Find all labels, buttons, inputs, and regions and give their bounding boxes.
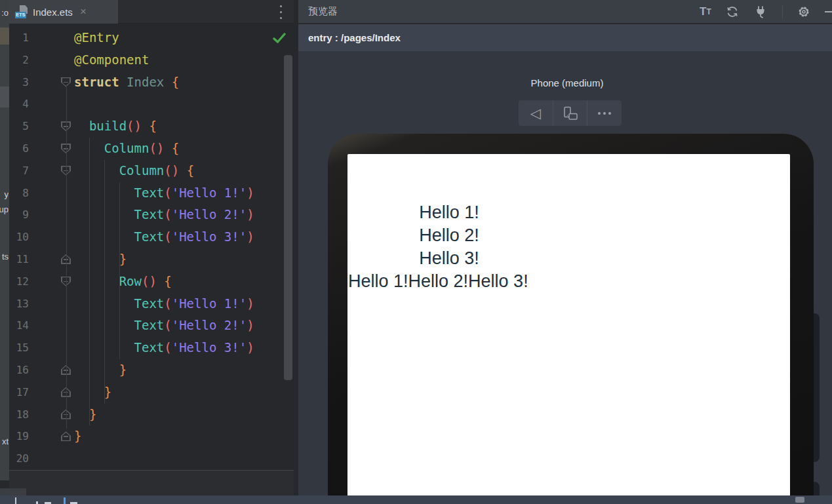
editor-row[interactable]: 14 Text('Hello 2!') <box>9 315 284 337</box>
device-label: Phone (medium) <box>469 77 665 88</box>
editor-row[interactable]: 13 Text('Hello 1!') <box>9 293 284 315</box>
editor-row[interactable]: 3struct Index { <box>9 71 284 94</box>
preview-nav-bar: ◁ <box>519 100 622 126</box>
editor-row[interactable]: 2@Component <box>9 49 284 71</box>
clipped-project-text: ts <box>0 252 9 262</box>
code-line[interactable]: @Entry <box>74 27 119 49</box>
code-line[interactable]: Text('Hello 1!') <box>74 182 254 204</box>
tab-close-icon[interactable]: × <box>80 5 87 18</box>
code-line[interactable]: Text('Hello 3!') <box>74 337 254 359</box>
line-number: 10 <box>9 226 29 248</box>
code-line[interactable]: } <box>74 404 96 426</box>
fold-connector-line <box>66 85 67 429</box>
line-number: 8 <box>9 182 29 204</box>
project-panel-sliver: o:yuptsxt <box>0 0 9 480</box>
code-editor[interactable]: 1@Entry2@Component3struct Index {45 buil… <box>9 24 294 470</box>
tab-label: Index.ets <box>33 7 73 18</box>
editor-row[interactable]: 8 Text('Hello 1!') <box>9 182 284 204</box>
code-line[interactable]: Text('Hello 1!') <box>74 293 254 315</box>
previewer-title: 预览器 <box>308 5 338 18</box>
clipped-project-text: y <box>0 189 9 199</box>
project-row-highlight <box>0 87 9 107</box>
editor-row[interactable]: 11 } <box>9 248 284 271</box>
refresh-icon[interactable] <box>726 5 739 18</box>
clipped-project-text: up <box>0 204 9 214</box>
line-number: 14 <box>9 315 29 337</box>
hide-panel-minus-icon[interactable] <box>825 11 832 12</box>
editor-tab-bar: ETS Index.ets × <box>0 0 294 24</box>
toolbar-separator <box>782 5 783 18</box>
editor-row[interactable]: 9 Text('Hello 2!') <box>9 204 284 226</box>
line-number: 11 <box>9 248 29 271</box>
indent-guide <box>89 138 90 425</box>
editor-row[interactable]: 10 Text('Hello 3!') <box>9 226 284 248</box>
code-line[interactable]: } <box>74 359 127 381</box>
code-line[interactable]: struct Index { <box>74 71 179 94</box>
code-line[interactable]: } <box>74 425 81 448</box>
editor-row[interactable]: 5 build() { <box>9 115 284 138</box>
preview-canvas: Phone (medium) ◁ Hello 1!Hello 2!Hello 3… <box>298 51 832 495</box>
code-line[interactable]: Column() { <box>74 160 194 182</box>
plug-connect-icon[interactable] <box>753 5 768 19</box>
settings-gear-icon[interactable] <box>797 5 810 18</box>
code-line[interactable]: build() { <box>74 115 157 138</box>
rotate-device-icon[interactable] <box>553 100 587 126</box>
phone-device-frame: Hello 1!Hello 2!Hello 3! Hello 1!Hello 2… <box>328 134 814 495</box>
line-number: 13 <box>9 293 29 315</box>
line-number: 12 <box>9 271 29 293</box>
indent-guide <box>119 182 120 359</box>
hello-row: Hello 1!Hello 2!Hello 3! <box>348 270 528 293</box>
code-line[interactable]: Text('Hello 2!') <box>74 315 254 337</box>
hello-text: Hello 1! <box>347 201 551 224</box>
editor-row[interactable]: 18 } <box>9 404 284 426</box>
bottom-left-block <box>0 488 26 495</box>
clipped-project-text: xt <box>0 436 9 446</box>
fold-marker-icon[interactable] <box>61 431 71 441</box>
font-size-icon[interactable]: TT <box>700 5 711 18</box>
editor-options-kebab-icon[interactable] <box>278 5 283 19</box>
hello-text: Hello 3! <box>347 247 551 270</box>
code-line[interactable]: Column() { <box>74 138 179 160</box>
ets-badge: ETS <box>15 12 26 18</box>
line-number: 7 <box>9 160 29 182</box>
editor-row[interactable]: 19} <box>9 425 284 448</box>
hello-column: Hello 1!Hello 2!Hello 3! <box>347 201 551 270</box>
line-number: 19 <box>9 425 29 448</box>
line-number: 9 <box>9 204 29 226</box>
code-line[interactable]: Text('Hello 2!') <box>74 204 254 226</box>
horizontal-scrollbar-thumb[interactable] <box>795 497 804 503</box>
line-number: 5 <box>9 115 29 138</box>
inspection-check-icon[interactable] <box>273 32 286 44</box>
editor-row[interactable]: 16 } <box>9 359 284 381</box>
code-line[interactable]: Text('Hello 3!') <box>74 226 254 248</box>
tab-index-ets[interactable]: ETS Index.ets × <box>9 0 118 24</box>
more-options-ellipsis-icon[interactable] <box>587 100 622 126</box>
editor-row[interactable]: 4 <box>9 93 284 115</box>
editor-row[interactable]: 12 Row() { <box>9 271 284 293</box>
editor-row[interactable]: 7 Column() { <box>9 160 284 182</box>
editor-row[interactable]: 20 <box>9 448 284 470</box>
editor-row[interactable]: 15 Text('Hello 3!') <box>9 337 284 359</box>
line-number: 3 <box>9 71 29 94</box>
line-number: 18 <box>9 404 29 426</box>
hello-text: Hello 2! <box>347 224 551 247</box>
code-line[interactable]: @Component <box>74 49 149 71</box>
line-number: 4 <box>9 93 29 115</box>
editor-row[interactable]: 1@Entry <box>9 27 284 49</box>
panel-splitter[interactable] <box>294 0 298 495</box>
previewer-entry-bar: entry : /pages/Index <box>298 24 832 51</box>
line-number: 15 <box>9 337 29 359</box>
line-number: 20 <box>9 448 29 470</box>
back-triangle-icon[interactable]: ◁ <box>519 100 553 126</box>
line-number: 6 <box>9 138 29 160</box>
ets-file-icon: ETS <box>15 5 28 18</box>
previewer-title-bar: 预览器 TT <box>298 0 832 24</box>
line-number: 1 <box>9 27 29 49</box>
editor-row[interactable]: 6 Column() { <box>9 138 284 160</box>
line-number: 2 <box>9 49 29 71</box>
editor-row[interactable]: 17 } <box>9 381 284 404</box>
editor-scrollbar[interactable] <box>284 55 292 380</box>
phone-screen: Hello 1!Hello 2!Hello 3! Hello 1!Hello 2… <box>347 154 790 495</box>
editor-bottom-strip <box>9 471 294 495</box>
code-line[interactable]: } <box>74 381 111 404</box>
